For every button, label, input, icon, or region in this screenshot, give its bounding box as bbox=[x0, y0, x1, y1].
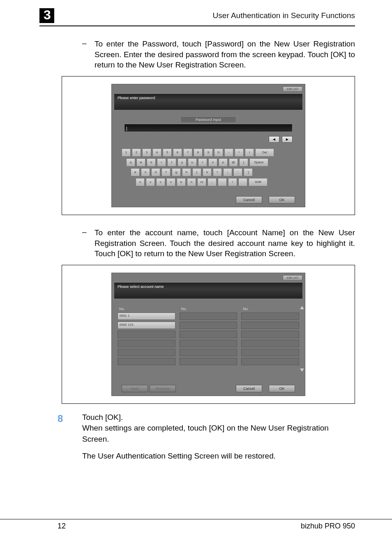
key-j[interactable]: j bbox=[192, 168, 201, 176]
password-field[interactable]: | bbox=[124, 124, 293, 132]
message-bar: Please select account name bbox=[114, 282, 302, 299]
password-input-label: Password Input bbox=[180, 116, 236, 123]
key-r[interactable]: r bbox=[157, 158, 166, 167]
previous-button[interactable]: Previous bbox=[150, 385, 176, 392]
key-at[interactable]: @ bbox=[229, 158, 238, 167]
key-7[interactable]: 7 bbox=[183, 148, 192, 157]
key-0[interactable]: 0 bbox=[214, 148, 223, 157]
key-m[interactable]: m bbox=[197, 178, 206, 186]
key-rbracket[interactable]: ] bbox=[244, 168, 253, 176]
figure-account-screen: JOB LIST Please select account name No. … bbox=[62, 265, 355, 404]
del-button[interactable]: Del bbox=[255, 148, 274, 157]
key-n[interactable]: n bbox=[187, 178, 196, 186]
key-backslash[interactable]: \ bbox=[245, 148, 254, 157]
key-e[interactable]: e bbox=[147, 158, 156, 167]
step-8: 8 Touch [OK]. When settings are complete… bbox=[58, 412, 355, 461]
ok-button[interactable]: OK bbox=[269, 196, 295, 204]
account-row-empty bbox=[241, 349, 299, 356]
shift-button[interactable]: Shift bbox=[249, 178, 267, 186]
password-screen: JOB LIST Please enter password Password … bbox=[111, 84, 305, 207]
key-minus[interactable]: - bbox=[224, 148, 233, 157]
account-row-empty bbox=[180, 358, 238, 365]
account-row-empty bbox=[180, 313, 238, 320]
key-9[interactable]: 9 bbox=[204, 148, 213, 157]
key-l[interactable]: l bbox=[213, 168, 222, 176]
cancel-button[interactable]: Cancel bbox=[236, 196, 262, 204]
ok-button[interactable]: OK bbox=[269, 385, 295, 392]
page-title: User Authentication in Security Function… bbox=[213, 11, 355, 20]
key-4[interactable]: 4 bbox=[152, 148, 161, 157]
account-row-empty bbox=[241, 358, 299, 365]
arrow-left-button[interactable]: ◄ bbox=[269, 136, 279, 143]
key-5[interactable]: 5 bbox=[163, 148, 172, 157]
key-f[interactable]: f bbox=[161, 168, 171, 176]
content-area: – To enter the Password, touch [Password… bbox=[0, 26, 392, 461]
key-i[interactable]: i bbox=[198, 158, 207, 167]
key-w[interactable]: w bbox=[136, 158, 145, 167]
arrow-right-button[interactable]: ► bbox=[282, 136, 293, 143]
cancel-button[interactable]: Cancel bbox=[236, 385, 262, 392]
key-lbracket[interactable]: [ bbox=[239, 158, 248, 167]
step-number: 8 bbox=[58, 412, 82, 461]
account-row[interactable]: 0001 1 bbox=[118, 313, 175, 320]
account-row-empty bbox=[118, 358, 175, 365]
key-v[interactable]: v bbox=[166, 178, 175, 186]
key-8[interactable]: 8 bbox=[194, 148, 203, 157]
key-blank[interactable] bbox=[238, 178, 247, 186]
key-y[interactable]: y bbox=[178, 158, 187, 167]
step-line1: Touch [OK]. bbox=[82, 412, 355, 423]
bullet-account-text: To enter the account name, touch [Accoun… bbox=[95, 227, 355, 259]
key-c[interactable]: c bbox=[156, 178, 165, 186]
scroll-indicator bbox=[300, 306, 304, 372]
key-a[interactable]: a bbox=[131, 168, 140, 176]
key-u[interactable]: u bbox=[188, 158, 197, 167]
key-period[interactable]: . bbox=[218, 178, 227, 186]
message-bar: Please enter password bbox=[114, 93, 302, 110]
column-header-no: No. bbox=[118, 306, 175, 313]
step-line3: The User Authentication Setting Screen w… bbox=[82, 451, 355, 462]
page-footer: 12 bizhub PRO 950 bbox=[0, 519, 392, 531]
key-s[interactable]: s bbox=[141, 168, 150, 176]
account-row-empty bbox=[180, 349, 238, 356]
key-3[interactable]: 3 bbox=[142, 148, 151, 157]
onscreen-keyboard: 1 2 3 4 5 6 7 8 9 0 - ^ \ Del bbox=[122, 148, 295, 186]
bullet-dash-icon: – bbox=[82, 227, 95, 259]
key-p[interactable]: p bbox=[219, 158, 228, 167]
key-colon[interactable]: : bbox=[233, 168, 242, 176]
product-name: bizhub PRO 950 bbox=[301, 522, 355, 531]
key-caret[interactable]: ^ bbox=[235, 148, 244, 157]
account-row-empty bbox=[180, 322, 238, 329]
column-header-no: No. bbox=[241, 306, 299, 313]
key-k[interactable]: k bbox=[203, 168, 212, 176]
account-row-empty bbox=[241, 313, 299, 320]
bullet-dash-icon: – bbox=[82, 39, 95, 70]
key-o[interactable]: o bbox=[208, 158, 217, 167]
page-header: 3 User Authentication in Security Functi… bbox=[0, 8, 392, 25]
step-line2: When settings are completed, touch [OK] … bbox=[82, 423, 355, 445]
key-h[interactable]: h bbox=[182, 168, 191, 176]
account-row-empty bbox=[241, 340, 299, 347]
job-list-tab[interactable]: JOB LIST bbox=[283, 86, 302, 92]
space-button[interactable]: Space bbox=[249, 158, 268, 167]
triangle-up-icon bbox=[300, 306, 304, 309]
next-button[interactable]: Next bbox=[122, 385, 148, 392]
key-q[interactable]: q bbox=[126, 158, 135, 167]
account-list: No. 0001 1 0002 123 No. bbox=[118, 306, 299, 375]
step-text: Touch [OK]. When settings are completed,… bbox=[82, 412, 355, 461]
key-2[interactable]: 2 bbox=[132, 148, 141, 157]
account-row[interactable]: 0002 123 bbox=[118, 322, 175, 329]
key-b[interactable]: b bbox=[177, 178, 186, 186]
key-6[interactable]: 6 bbox=[173, 148, 182, 157]
key-z[interactable]: z bbox=[136, 178, 145, 186]
job-list-tab[interactable]: JOB LIST bbox=[283, 275, 302, 280]
account-row-empty bbox=[241, 331, 299, 338]
account-row-empty bbox=[118, 331, 175, 338]
key-x[interactable]: x bbox=[146, 178, 155, 186]
key-comma[interactable]: , bbox=[208, 178, 217, 186]
key-g[interactable]: g bbox=[172, 168, 181, 176]
key-1[interactable]: 1 bbox=[122, 148, 131, 157]
key-t[interactable]: t bbox=[167, 158, 176, 167]
key-d[interactable]: d bbox=[151, 168, 160, 176]
key-semicolon[interactable]: ; bbox=[223, 168, 232, 176]
key-slash[interactable]: / bbox=[228, 178, 237, 186]
